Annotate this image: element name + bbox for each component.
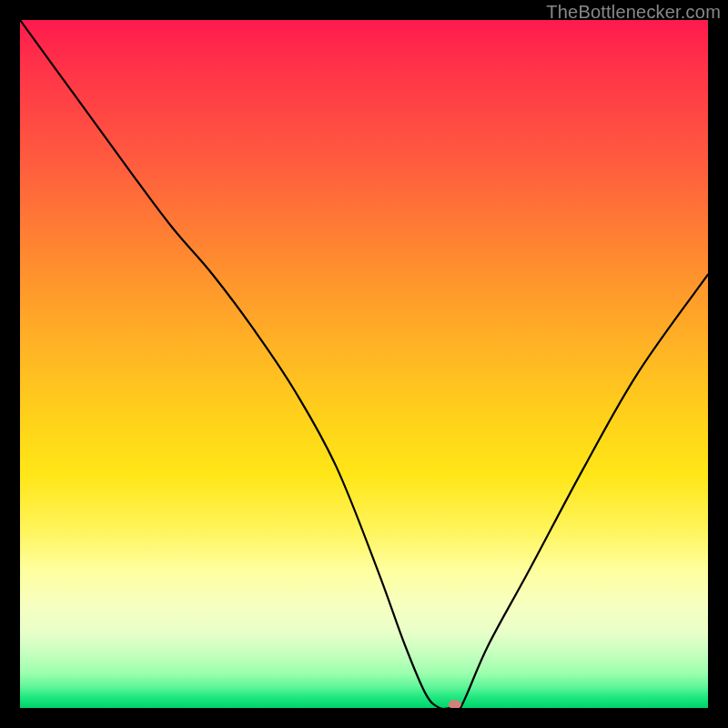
chart-container: TheBottlenecker.com <box>0 0 728 728</box>
plot-area <box>20 20 708 708</box>
optimum-marker <box>449 700 461 708</box>
bottleneck-curve-line <box>20 20 708 708</box>
watermark-label: TheBottlenecker.com <box>546 2 721 23</box>
bottleneck-curve-svg <box>20 20 708 708</box>
